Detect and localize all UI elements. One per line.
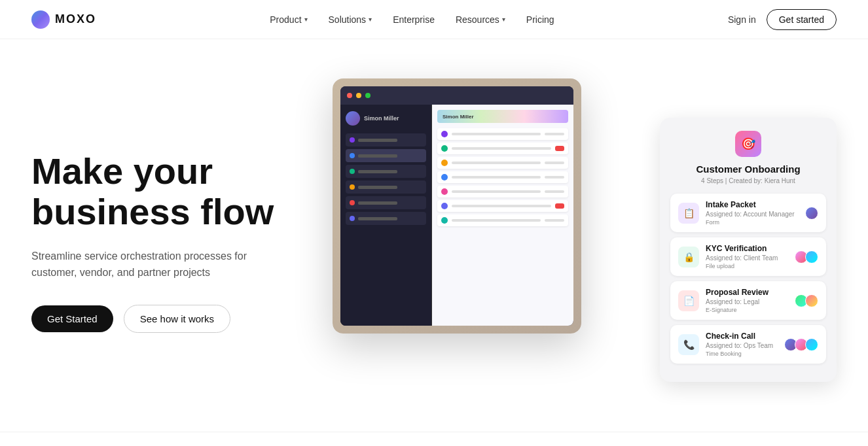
mac-menu-item	[346, 149, 426, 162]
onboarding-subtitle: 4 Steps | Created by: Kiera Hunt	[670, 177, 826, 184]
nav-link-product[interactable]: Product ▾	[270, 14, 307, 25]
avatar	[346, 111, 360, 126]
hero-see-how-button[interactable]: See how it works	[124, 305, 230, 333]
mac-menu-item	[346, 133, 426, 146]
avatar	[805, 338, 818, 351]
onboarding-card: 🎯 Customer Onboarding 4 Steps | Created …	[660, 118, 837, 382]
chevron-down-icon: ▾	[304, 16, 308, 23]
logo[interactable]: MOXO	[31, 10, 96, 29]
onboarding-item-2: 🔒 KYC Verification Assigned to: Client T…	[670, 237, 826, 276]
mac-main: Simon Miller	[432, 105, 573, 326]
intake-avatars	[805, 207, 818, 220]
onboarding-icon: 🎯	[735, 131, 761, 157]
kyc-icon: 🔒	[678, 247, 699, 267]
intake-info: Intake Packet Assigned to: Account Manag…	[706, 200, 799, 226]
proposal-avatars	[795, 294, 818, 307]
mac-rows	[437, 128, 568, 226]
kyc-avatars	[795, 250, 818, 264]
mac-content: Simon Miller Simon Miller	[340, 105, 573, 326]
mac-header-bar: Simon Miller	[437, 110, 568, 123]
onboarding-title: Customer Onboarding	[670, 163, 826, 175]
kyc-type: File upload	[706, 263, 788, 269]
intake-assigned: Assigned to: Account Manager	[706, 211, 799, 218]
mac-topbar	[340, 86, 573, 105]
table-row	[437, 143, 568, 154]
mac-screenshot: Simon Miller Simon Miller	[333, 78, 581, 334]
checkin-assigned: Assigned to: Ops Team	[706, 342, 778, 349]
navbar: MOXO Product ▾ Solutions ▾ Enterprise Re…	[0, 0, 868, 39]
proposal-title: Proposal Review	[706, 288, 788, 297]
dot-red	[347, 93, 352, 98]
proposal-assigned: Assigned to: Legal	[706, 298, 788, 305]
nav-link-pricing[interactable]: Pricing	[526, 14, 554, 25]
avatar	[805, 250, 818, 264]
nav-link-solutions[interactable]: Solutions ▾	[329, 14, 372, 25]
mac-inner: Simon Miller Simon Miller	[340, 86, 573, 326]
table-row	[437, 128, 568, 140]
hero-right: Simon Miller Simon Miller	[306, 78, 837, 405]
table-row	[437, 214, 568, 226]
mac-menu-item	[346, 180, 426, 194]
intake-type: Form	[706, 219, 799, 226]
kyc-info: KYC Verification Assigned to: Client Tea…	[706, 244, 788, 269]
mac-username: Simon Miller	[364, 115, 399, 122]
mac-screen: Simon Miller Simon Miller	[333, 78, 581, 334]
avatar	[805, 207, 818, 220]
table-row	[437, 171, 568, 183]
dot-yellow	[356, 93, 361, 98]
nav-link-enterprise[interactable]: Enterprise	[393, 14, 435, 25]
mac-menu-item	[346, 196, 426, 209]
hero-get-started-button[interactable]: Get Started	[31, 305, 113, 332]
checkin-avatars	[784, 338, 818, 351]
table-row	[437, 186, 568, 197]
logos-section: LAS FARRAS ChenMed savills Scotiabank Wu…	[0, 432, 868, 446]
nav-link-resources[interactable]: Resources ▾	[456, 14, 505, 25]
dot-green	[365, 93, 371, 98]
logo-text: MOXO	[55, 12, 96, 26]
nav-links: Product ▾ Solutions ▾ Enterprise Resourc…	[270, 14, 554, 25]
onboarding-item-1: 📋 Intake Packet Assigned to: Account Man…	[670, 194, 826, 232]
table-row	[437, 157, 568, 169]
checkin-info: Check-in Call Assigned to: Ops Team Time…	[706, 332, 778, 357]
avatar	[805, 294, 818, 307]
hero-subtitle: Streamline service orchestration process…	[31, 248, 254, 281]
table-row	[437, 200, 568, 212]
mac-sidebar: Simon Miller	[340, 105, 432, 326]
proposal-icon: 📄	[678, 290, 699, 311]
logo-icon	[31, 10, 50, 29]
mac-header-name: Simon Miller	[443, 114, 474, 120]
intake-title: Intake Packet	[706, 200, 799, 209]
kyc-assigned: Assigned to: Client Team	[706, 254, 788, 262]
proposal-type: E-Signature	[706, 307, 788, 313]
proposal-info: Proposal Review Assigned to: Legal E-Sig…	[706, 288, 788, 313]
hero-buttons: Get Started See how it works	[31, 305, 306, 333]
intake-icon: 📋	[678, 203, 699, 224]
chevron-down-icon: ▾	[502, 16, 505, 23]
checkin-title: Check-in Call	[706, 332, 778, 341]
nav-actions: Sign in Get started	[728, 9, 837, 30]
checkin-icon: 📞	[678, 334, 699, 355]
kyc-title: KYC Verification	[706, 244, 788, 253]
hero-title: Make your business flow	[31, 151, 306, 232]
get-started-button[interactable]: Get started	[767, 9, 837, 30]
mac-menu-item	[346, 165, 426, 178]
hero-left: Make your business flow Streamline servi…	[31, 151, 306, 332]
onboarding-item-3: 📄 Proposal Review Assigned to: Legal E-S…	[670, 281, 826, 320]
signin-link[interactable]: Sign in	[728, 14, 756, 25]
chevron-down-icon: ▾	[369, 16, 372, 23]
checkin-type: Time Booking	[706, 351, 778, 357]
mac-menu-item	[346, 212, 426, 225]
onboarding-item-4: 📞 Check-in Call Assigned to: Ops Team Ti…	[670, 325, 826, 364]
mac-sidebar-user: Simon Miller	[346, 111, 426, 126]
hero-section: Make your business flow Streamline servi…	[0, 39, 868, 432]
